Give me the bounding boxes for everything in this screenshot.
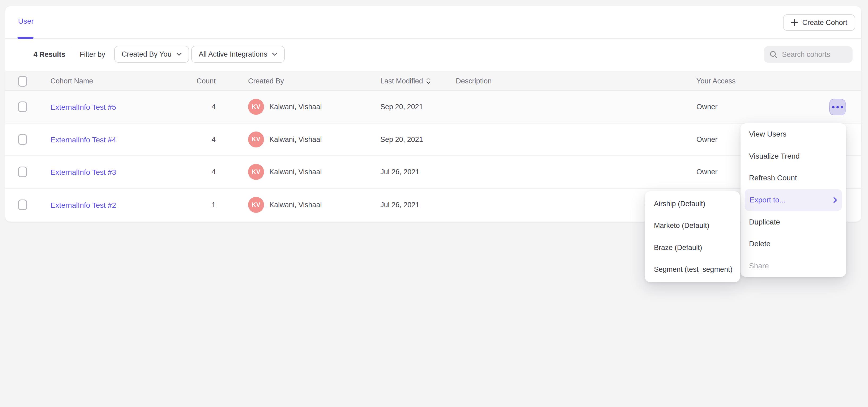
create-cohort-label: Create Cohort [802, 19, 847, 27]
search-box[interactable] [764, 46, 852, 63]
plus-icon [791, 19, 798, 26]
table-row[interactable]: ExternalInfo Test #5 4 KV Kalwani, Visha… [5, 91, 861, 124]
last-modified-date: Sep 20, 2021 [380, 135, 423, 144]
cohort-name-link[interactable]: ExternalInfo Test #3 [51, 168, 116, 177]
access-value: Owner [696, 135, 718, 144]
last-modified-label: Last Modified [380, 77, 423, 85]
submenu-item-braze[interactable]: Braze (Default) [645, 237, 740, 259]
cohorts-panel: User Create Cohort 4 Results Filter by C… [5, 6, 861, 222]
menu-item-export-to[interactable]: Export to... [745, 189, 842, 211]
search-icon [769, 50, 778, 59]
tab-user[interactable]: User [18, 17, 34, 26]
chevron-down-icon [272, 53, 277, 56]
integrations-filter-value: All Active Integrations [199, 50, 267, 58]
avatar: KV [248, 197, 264, 213]
cohort-count: 4 [181, 135, 216, 144]
table-row[interactable]: ExternalInfo Test #4 4 KV Kalwani, Visha… [5, 124, 861, 156]
sort-desc-icon [426, 77, 431, 84]
created-by-filter-value: Created By You [122, 50, 172, 58]
column-header-cohort-name[interactable]: Cohort Name [51, 77, 93, 85]
row-checkbox[interactable] [18, 134, 27, 145]
export-to-label: Export to... [749, 196, 785, 204]
table-row[interactable]: ExternalInfo Test #3 4 KV Kalwani, Visha… [5, 156, 861, 189]
last-modified-date: Jul 26, 2021 [380, 201, 420, 209]
submenu-item-marketo[interactable]: Marketo (Default) [645, 215, 740, 237]
menu-item-delete[interactable]: Delete [741, 233, 846, 255]
submenu-item-segment[interactable]: Segment (test_segment) [645, 259, 740, 281]
create-cohort-button[interactable]: Create Cohort [783, 14, 855, 31]
cohort-count: 4 [181, 168, 216, 176]
row-checkbox[interactable] [18, 101, 27, 112]
created-by-name: Kalwani, Vishaal [269, 201, 322, 209]
created-by-name: Kalwani, Vishaal [269, 103, 322, 111]
access-value: Owner [696, 103, 718, 111]
row-checkbox[interactable] [18, 166, 27, 177]
menu-item-share: Share [741, 255, 846, 277]
cohort-name-link[interactable]: ExternalInfo Test #4 [51, 135, 116, 144]
avatar: KV [248, 99, 264, 115]
column-header-your-access[interactable]: Your Access [696, 77, 736, 85]
search-input[interactable] [782, 51, 847, 59]
column-header-last-modified[interactable]: Last Modified [380, 77, 431, 85]
menu-item-duplicate[interactable]: Duplicate [741, 211, 846, 233]
tab-bar: User Create Cohort [5, 6, 861, 39]
menu-item-view-users[interactable]: View Users [741, 123, 846, 145]
column-header-count[interactable]: Count [181, 77, 216, 85]
created-by-name: Kalwani, Vishaal [269, 168, 322, 176]
access-value: Owner [696, 168, 718, 176]
ellipsis-icon [832, 106, 835, 108]
last-modified-date: Jul 26, 2021 [380, 168, 420, 176]
filter-by-label: Filter by [80, 51, 105, 59]
integrations-filter-dropdown[interactable]: All Active Integrations [191, 46, 285, 63]
chevron-down-icon [176, 53, 182, 56]
last-modified-date: Sep 20, 2021 [380, 103, 423, 111]
select-all-checkbox[interactable] [18, 76, 27, 87]
chevron-right-icon [834, 197, 837, 203]
table-header: Cohort Name Count Created By Last Modifi… [5, 71, 861, 91]
created-by-filter-dropdown[interactable]: Created By You [114, 46, 189, 63]
toolbar-divider [71, 48, 71, 62]
row-actions-button[interactable] [829, 99, 846, 115]
column-header-created-by[interactable]: Created By [248, 77, 284, 85]
avatar: KV [248, 131, 264, 148]
tab-active-indicator [18, 37, 33, 39]
export-submenu: Airship (Default) Marketo (Default) Braz… [645, 191, 740, 282]
cohort-count: 4 [181, 102, 216, 111]
avatar: KV [248, 164, 264, 180]
cohort-name-link[interactable]: ExternalInfo Test #5 [51, 103, 116, 111]
menu-item-visualize-trend[interactable]: Visualize Trend [741, 145, 846, 167]
results-count: 4 Results [33, 51, 65, 59]
cohort-name-link[interactable]: ExternalInfo Test #2 [51, 201, 116, 209]
toolbar: 4 Results Filter by Created By You All A… [5, 39, 861, 71]
row-actions-menu: View Users Visualize Trend Refresh Count… [741, 123, 846, 277]
created-by-name: Kalwani, Vishaal [269, 135, 322, 144]
column-header-description[interactable]: Description [456, 77, 492, 85]
row-checkbox[interactable] [18, 199, 27, 210]
cohort-count: 1 [181, 200, 216, 209]
submenu-item-airship[interactable]: Airship (Default) [645, 193, 740, 215]
menu-item-refresh-count[interactable]: Refresh Count [741, 167, 846, 189]
